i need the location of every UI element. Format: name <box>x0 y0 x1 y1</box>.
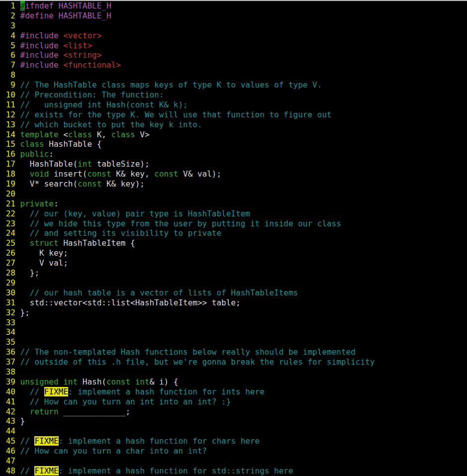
line-number: 16 <box>1 149 15 159</box>
code-line[interactable]: 12// exists for the type K. We will use … <box>1 110 467 120</box>
line-number: 38 <box>1 367 15 377</box>
code-line[interactable]: 14template <class K, class V> <box>1 130 467 140</box>
code-line[interactable]: 35 <box>1 337 467 347</box>
line-number: 14 <box>1 130 15 140</box>
code-line[interactable]: 6#include <string> <box>1 50 467 60</box>
line-number: 15 <box>1 139 15 149</box>
line-number: 17 <box>1 159 15 169</box>
line-number: 8 <box>1 70 15 80</box>
line-number: 2 <box>1 11 15 21</box>
code-line[interactable]: 1#ifndef HASHTABLE_H <box>1 1 467 11</box>
line-number: 43 <box>1 416 15 426</box>
code-text: // and setting its visibility to private <box>20 228 222 238</box>
code-text: // we hide this type from the user by pu… <box>20 219 341 228</box>
code-line[interactable]: 20 <box>1 189 467 199</box>
fixme-highlight: FIXME <box>44 387 68 396</box>
code-line[interactable]: 9// The HashTable class maps keys of typ… <box>1 80 467 90</box>
code-line[interactable]: 24 // and setting its visibility to priv… <box>1 228 467 238</box>
code-segment: #include <box>20 31 64 40</box>
code-text: // How can you turn an int into an int? … <box>20 397 231 406</box>
code-line[interactable]: 44 <box>1 426 467 436</box>
code-line[interactable]: 32}; <box>1 308 467 318</box>
code-line[interactable]: 47 <box>1 456 467 466</box>
line-number: 33 <box>1 318 15 328</box>
code-line[interactable]: 19 V* search(const K& key); <box>1 179 467 189</box>
code-line[interactable]: 7#include <functional> <box>1 60 467 70</box>
code-segment: : implement a hash function for std::str… <box>59 466 293 476</box>
code-line[interactable]: 45// FIXME: implement a hash function fo… <box>1 436 467 446</box>
code-line[interactable]: 42 return _____________; <box>1 407 467 417</box>
code-segment <box>20 238 30 248</box>
code-line[interactable]: 27 V val; <box>1 258 467 268</box>
line-number: 20 <box>1 189 15 199</box>
code-line[interactable]: 23 // we hide this type from the user by… <box>1 219 467 229</box>
code-line[interactable]: 13// which bucket to put the key k into. <box>1 120 467 130</box>
code-line[interactable]: 28 }; <box>1 268 467 278</box>
code-line[interactable]: 25 struct HashTableItem { <box>1 238 467 248</box>
code-segment: }; <box>20 268 40 278</box>
code-segment: & i) { <box>150 377 179 386</box>
code-line[interactable]: 33 <box>1 318 467 328</box>
line-number: 13 <box>1 120 15 130</box>
code-line[interactable]: 4#include <vector> <box>1 31 467 41</box>
code-line[interactable]: 43} <box>1 416 467 426</box>
code-text: // outside of this .h file, but we're go… <box>20 357 375 367</box>
code-segment: template <box>20 130 59 139</box>
code-segment: #include <box>20 41 64 50</box>
line-number: 19 <box>1 179 15 189</box>
code-line[interactable]: 38 <box>1 367 467 377</box>
code-line[interactable]: 41 // How can you turn an int into an in… <box>1 397 467 407</box>
code-line[interactable]: 26 K key; <box>1 248 467 258</box>
line-number: 40 <box>1 387 15 397</box>
code-segment: insert( <box>49 169 87 179</box>
code-text: K key; <box>20 248 68 258</box>
line-number: 4 <box>1 31 15 41</box>
line-number: 22 <box>1 209 15 219</box>
code-segment: std::vector<std::list<HashTableItem>> ta… <box>20 298 241 307</box>
code-line[interactable]: 39unsigned int Hash(const int& i) { <box>1 377 467 387</box>
code-line[interactable]: 31 std::vector<std::list<HashTableItem>>… <box>1 298 467 308</box>
code-segment: class <box>111 130 135 139</box>
line-number: 44 <box>1 426 15 436</box>
code-line[interactable]: 15class HashTable { <box>1 139 467 149</box>
code-line[interactable]: 8 <box>1 70 467 80</box>
code-segment: // and setting its visibility to private <box>20 228 222 238</box>
code-line[interactable]: 48// FIXME: implement a hash function fo… <box>1 466 467 476</box>
code-line[interactable]: 30 // our hash table is a vector of list… <box>1 288 467 298</box>
code-segment: : <box>49 149 54 159</box>
code-line[interactable]: 11// unsigned int Hash(const K& k); <box>1 100 467 110</box>
code-line[interactable]: 46// How can you turn a char into an int… <box>1 446 467 456</box>
line-number: 28 <box>1 268 15 278</box>
code-segment <box>20 169 30 179</box>
code-line[interactable]: 21private: <box>1 199 467 209</box>
code-line[interactable]: 3 <box>1 21 467 31</box>
code-text: std::vector<std::list<HashTableItem>> ta… <box>20 298 241 307</box>
code-segment: // which bucket to put the key k into. <box>20 120 202 129</box>
code-line[interactable]: 29 <box>1 278 467 288</box>
code-line[interactable]: 40 // FIXME: implement a hash function f… <box>1 387 467 397</box>
line-number: 46 <box>1 446 15 456</box>
code-editor[interactable]: 1#ifndef HASHTABLE_H2#define HASHTABLE_H… <box>0 0 467 476</box>
code-segment: int <box>78 159 92 169</box>
code-line[interactable]: 10// Precondition: The function: <box>1 90 467 100</box>
code-line[interactable]: 37// outside of this .h file, but we're … <box>1 357 467 367</box>
code-line[interactable]: 5#include <list> <box>1 41 467 51</box>
code-line[interactable]: 2#define HASHTABLE_H <box>1 11 467 21</box>
code-text: void insert(const K& key, const V& val); <box>20 169 222 179</box>
code-line[interactable]: 16public: <box>1 149 467 159</box>
code-segment: // unsigned int Hash(const K& k); <box>20 100 188 109</box>
code-segment: HashTableItem { <box>59 238 135 248</box>
code-line[interactable]: 22 // our (key, value) pair type is Hash… <box>1 209 467 219</box>
code-line[interactable]: 36// The non-templated Hash functions be… <box>1 347 467 357</box>
line-number: 26 <box>1 248 15 258</box>
code-line[interactable]: 17 HashTable(int tableSize); <box>1 159 467 169</box>
code-text: #include <list> <box>20 41 93 50</box>
code-line[interactable]: 18 void insert(const K& key, const V& va… <box>1 169 467 179</box>
code-text: unsigned int Hash(const int& i) { <box>20 377 179 386</box>
line-number: 30 <box>1 288 15 298</box>
code-segment: V val; <box>20 258 68 268</box>
line-number: 48 <box>1 466 15 476</box>
code-segment: ; <box>125 407 130 416</box>
code-line[interactable]: 34 <box>1 327 467 337</box>
line-number: 3 <box>1 21 15 31</box>
